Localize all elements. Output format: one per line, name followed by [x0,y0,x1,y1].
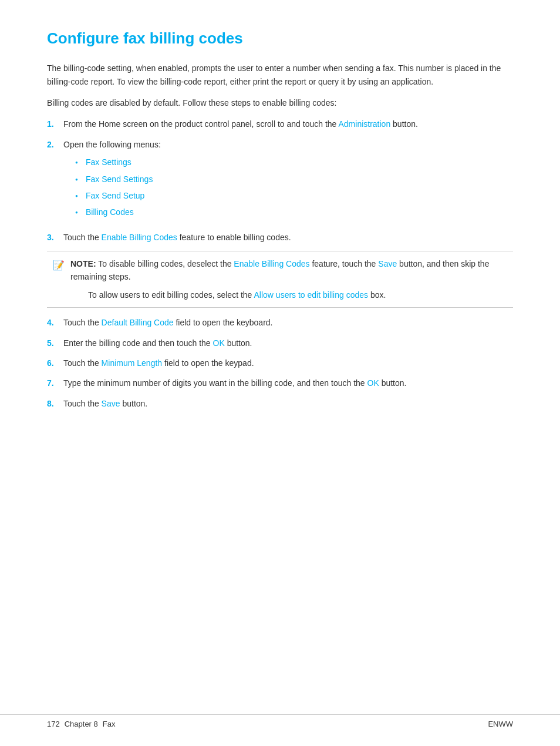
note-link1[interactable]: Enable Billing Codes [234,259,309,268]
step-4-num: 4. [47,316,63,329]
step-8-num: 8. [47,397,63,410]
step-4-link[interactable]: Default Billing Code [102,318,174,327]
step-1-content: From the Home screen on the product cont… [63,117,513,130]
step-6-text-after: field to open the keypad. [162,358,254,368]
step-1-link[interactable]: Administration [338,119,390,129]
sub-item-fax-send-settings: ● Fax Send Settings [75,173,513,186]
sub-item-billing-codes: ● Billing Codes [75,206,513,219]
footer-locale: ENWW [488,720,513,728]
note-link2[interactable]: Save [378,259,397,268]
sub-list: ● Fax Settings ● Fax Send Settings ● Fax… [75,156,513,219]
bullet-icon: ● [75,209,80,217]
step-7-text-after: button. [379,378,407,388]
note-second-before: To allow users to edit billing codes, se… [88,290,254,300]
step-5-text-after: button. [225,338,252,348]
step-7-content: Type the minimum number of digits you wa… [63,377,513,389]
step-6-link[interactable]: Minimum Length [102,358,163,368]
note-second-link[interactable]: Allow users to edit billing codes [254,290,369,300]
step-5-text-before: Enter the billing code and then touch th… [63,338,213,348]
bullet-icon: ● [75,193,80,200]
fax-send-settings-link[interactable]: Fax Send Settings [86,173,153,186]
step-3-text-after: feature to enable billing codes. [177,233,291,242]
step-5-content: Enter the billing code and then touch th… [63,337,513,350]
step-8: 8. Touch the Save button. [47,397,513,410]
fax-send-setup-link[interactable]: Fax Send Setup [86,189,144,202]
step-6: 6. Touch the Minimum Length field to ope… [47,357,513,369]
step-3: 3. Touch the Enable Billing Codes featur… [47,231,513,244]
footer-page-num: 172 [47,720,60,728]
step-3-content: Touch the Enable Billing Codes feature t… [63,231,513,244]
steps-intro: Billing codes are disabled by default. F… [47,96,513,109]
steps-list: 1. From the Home screen on the product c… [47,117,513,244]
footer-chapter: Chapter 8 [65,720,98,728]
step-8-text-before: Touch the [63,399,102,408]
note-text-middle: feature, touch the [310,259,379,268]
step-3-link[interactable]: Enable Billing Codes [102,233,177,242]
step-4-content: Touch the Default Billing Code field to … [63,316,513,329]
step-5-link[interactable]: OK [213,338,225,348]
step-4: 4. Touch the Default Billing Code field … [47,316,513,329]
step-7-text-before: Type the minimum number of digits you wa… [63,378,367,388]
step-6-num: 6. [47,357,63,369]
step-4-text-after: field to open the keyboard. [174,318,273,327]
footer: 172 Chapter 8 Fax ENWW [0,714,560,728]
note-icon: 📝 [53,258,66,273]
step-2-text: Open the following menus: [63,140,161,149]
sub-item-fax-settings: ● Fax Settings [75,156,513,169]
step-3-num: 3. [47,231,63,244]
step-1-num: 1. [47,117,63,130]
step-8-text-after: button. [120,399,148,408]
footer-section: Fax [103,720,116,728]
step-2-content: Open the following menus: ● Fax Settings… [63,138,513,224]
step-3-text-before: Touch the [63,233,102,242]
step-1: 1. From the Home screen on the product c… [47,117,513,130]
step-2-num: 2. [47,138,63,224]
note-box: 📝 NOTE: To disable billing codes, desele… [47,251,513,308]
step-1-text-after: button. [390,119,418,129]
footer-right: ENWW [488,720,513,728]
page-title: Configure fax billing codes [47,29,513,48]
note-text-before: To disable billing codes, deselect the [96,259,234,268]
billing-codes-link[interactable]: Billing Codes [86,206,134,219]
fax-settings-link[interactable]: Fax Settings [86,156,131,169]
step-7: 7. Type the minimum number of digits you… [47,377,513,389]
sub-item-fax-send-setup: ● Fax Send Setup [75,189,513,202]
note-label: NOTE: [70,259,96,268]
steps-continued-list: 4. Touch the Default Billing Code field … [47,316,513,410]
step-7-num: 7. [47,377,63,389]
page: Configure fax billing codes The billing-… [0,0,560,746]
step-5: 5. Enter the billing code and then touch… [47,337,513,350]
step-6-text-before: Touch the [63,358,102,368]
note-second-para: To allow users to edit billing codes, se… [70,288,505,301]
step-2: 2. Open the following menus: ● Fax Setti… [47,138,513,224]
step-7-link[interactable]: OK [367,378,379,388]
step-4-text-before: Touch the [63,318,102,327]
step-6-content: Touch the Minimum Length field to open t… [63,357,513,369]
step-1-text-before: From the Home screen on the product cont… [63,119,338,129]
bullet-icon: ● [75,159,80,167]
step-5-num: 5. [47,337,63,350]
note-content: NOTE: To disable billing codes, deselect… [70,257,505,301]
note-second-after: box. [368,290,386,300]
step-8-link[interactable]: Save [102,399,120,408]
step-8-content: Touch the Save button. [63,397,513,410]
intro-para1: The billing-code setting, when enabled, … [47,62,513,88]
footer-left: 172 Chapter 8 Fax [47,720,115,728]
bullet-icon: ● [75,176,80,184]
